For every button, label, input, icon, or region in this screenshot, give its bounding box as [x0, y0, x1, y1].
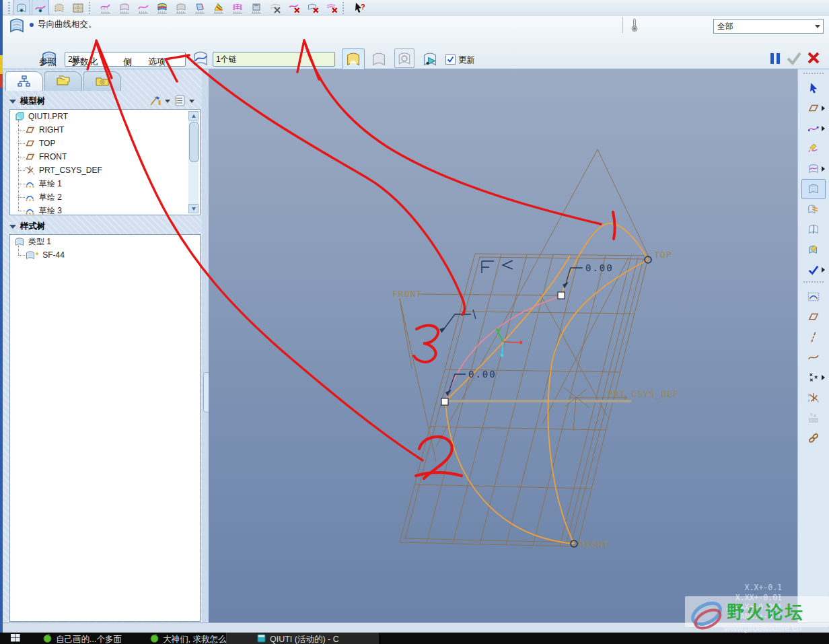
style-surface-icon: [25, 249, 36, 261]
internal-csys-button[interactable]: yzx: [801, 388, 826, 408]
flyout-arrow-icon[interactable]: [822, 126, 825, 131]
datum-plane-button[interactable]: [801, 98, 826, 118]
scroll-down-icon[interactable]: [188, 204, 199, 213]
main-area: 模型树 QIUTI.PRTRIGHTTOPFRONTyxPRT_CSYS_DEF…: [3, 69, 829, 623]
dimension-1[interactable]: 0.00: [585, 262, 614, 273]
csys-label[interactable]: PRT_CSYS_DEF: [608, 389, 679, 399]
internal-points-button[interactable]: [801, 367, 826, 388]
curve-handle-1[interactable]: [558, 292, 565, 299]
collapse-icon[interactable]: [9, 100, 16, 104]
curve-on-surface-button[interactable]: [801, 159, 826, 179]
tab-model-tree[interactable]: [5, 71, 43, 91]
chevron-down-icon[interactable]: [165, 100, 170, 103]
style-tree-item[interactable]: 类型 1: [10, 235, 200, 248]
shaded-curvature-analysis-button[interactable]: [153, 0, 171, 15]
style-curve-button[interactable]: [801, 118, 826, 139]
flyout-arrow-icon[interactable]: [822, 166, 825, 172]
message-row: 导向曲线相交。: [30, 19, 97, 30]
taskbar-item[interactable]: 大神们, 求救怎么: [150, 634, 226, 644]
application-window: ? 导向曲线相交。 全部 更新 参照参数化侧选项: [0, 0, 829, 644]
graphics-area[interactable]: FRONT TOP RIGHT PRT_CSYS_DEF 0.00 0.00 X…: [209, 69, 800, 627]
context-help-button[interactable]: ?: [351, 0, 368, 15]
window-edge: [0, 0, 3, 633]
model-tree-item[interactable]: yxPRT_CSYS_DEF: [10, 164, 200, 177]
filter-dropdown[interactable]: 全部: [713, 19, 824, 34]
tab-favorites[interactable]: [83, 71, 121, 91]
model-tree-title: 模型树: [20, 96, 46, 107]
model-tree-item[interactable]: 草绘 1: [10, 177, 200, 190]
curve-edit-button[interactable]: [801, 139, 826, 159]
model-tree-item[interactable]: 草绘 3: [10, 204, 200, 215]
save-analysis-button[interactable]: [248, 0, 265, 15]
section-analysis-button[interactable]: [191, 0, 209, 15]
dashboard-tab-3[interactable]: 侧: [123, 56, 132, 68]
dashboard-tab-1[interactable]: 参照: [39, 56, 57, 68]
style-tree: 类型 1*SF-44: [9, 234, 201, 622]
dashboard-tab-4[interactable]: 选项: [148, 56, 166, 68]
select-arrow-button[interactable]: [801, 78, 826, 98]
right-datum-label[interactable]: RIGHT: [579, 539, 608, 549]
model-tree-item[interactable]: QIUTI.PRT: [10, 110, 200, 123]
model-tree-scrollbar[interactable]: [188, 111, 199, 213]
separator: [622, 17, 623, 33]
done-button[interactable]: [801, 260, 826, 280]
scrollbar-thumb[interactable]: [189, 122, 199, 162]
style-tree-item[interactable]: *SF-44: [10, 248, 200, 262]
curve-analysis-button[interactable]: [135, 0, 152, 15]
model-tree-item[interactable]: RIGHT: [10, 123, 200, 137]
chain-tool-button[interactable]: [801, 428, 826, 448]
tree-filter-button[interactable]: [148, 94, 173, 108]
curve-handle-2[interactable]: [441, 398, 448, 405]
show-control-mesh-button[interactable]: [50, 0, 68, 15]
flyout-arrow-icon[interactable]: [822, 106, 825, 111]
tab-folder-browser[interactable]: [44, 71, 82, 91]
dashboard-tab-2[interactable]: 参数化: [71, 56, 98, 68]
show-grid-button[interactable]: [69, 0, 87, 15]
chevron-down-icon[interactable]: [815, 25, 820, 28]
style-tree-header[interactable]: 样式树: [9, 221, 46, 232]
surface-edit-button[interactable]: [801, 240, 826, 260]
sketch-icon: [25, 178, 36, 190]
internal-axis-button[interactable]: [801, 327, 826, 347]
viewport-background[interactable]: [209, 69, 800, 627]
show-surfaces-button[interactable]: [13, 0, 30, 15]
svg-text:x: x: [33, 172, 35, 176]
model-tree-item-label: 草绘 3: [39, 205, 62, 216]
curvature-analysis-button[interactable]: [97, 0, 114, 15]
internal-curve-button[interactable]: [801, 347, 826, 367]
reflection-analysis-button[interactable]: [210, 0, 227, 15]
model-tree-item[interactable]: FRONT: [10, 150, 200, 164]
style-tree-title: 样式树: [20, 221, 46, 232]
surface-analysis-button[interactable]: [116, 0, 133, 15]
mesh-analysis-button[interactable]: [229, 0, 246, 15]
toolbar-grip[interactable]: [803, 73, 824, 77]
chevron-down-icon[interactable]: [189, 100, 194, 103]
start-button[interactable]: [11, 634, 20, 644]
front-datum-label[interactable]: FRONT: [392, 289, 422, 299]
tree-settings-button[interactable]: [174, 94, 197, 108]
delete-all-analysis-button[interactable]: [323, 0, 340, 15]
internal-plane-button[interactable]: [801, 307, 826, 327]
model-tree-item[interactable]: TOP: [10, 137, 200, 150]
internal-sketch-button[interactable]: [801, 287, 826, 307]
hide-analysis-button[interactable]: [266, 0, 284, 15]
dimension-2[interactable]: 0.00: [468, 369, 497, 380]
show-curves-button[interactable]: [32, 0, 49, 15]
delete-surface-analysis-button[interactable]: [304, 0, 322, 15]
watermark: 野火论坛 www.proewildfire.cn: [685, 596, 829, 637]
toolbar-grip[interactable]: [8, 2, 10, 14]
model-tree-header[interactable]: 模型树: [9, 96, 46, 107]
dihedral-analysis-button[interactable]: [172, 0, 190, 15]
flyout-arrow-icon[interactable]: [822, 267, 825, 273]
style-surface-button[interactable]: [801, 179, 826, 199]
top-datum-label[interactable]: TOP: [654, 250, 672, 260]
model-tree-item[interactable]: 草绘 2: [10, 190, 200, 204]
flyout-arrow-icon[interactable]: [822, 375, 825, 380]
delete-curve-analysis-button[interactable]: [285, 0, 303, 15]
taskbar-item[interactable]: 自己画的...个多面: [43, 634, 122, 644]
surface-trim-button[interactable]: [801, 219, 826, 240]
scroll-up-icon[interactable]: [188, 111, 199, 120]
collapse-icon[interactable]: [9, 225, 16, 229]
surface-connect-button[interactable]: [801, 199, 826, 219]
taskbar-item[interactable]: QIUTI (活动的) - C: [257, 634, 339, 644]
